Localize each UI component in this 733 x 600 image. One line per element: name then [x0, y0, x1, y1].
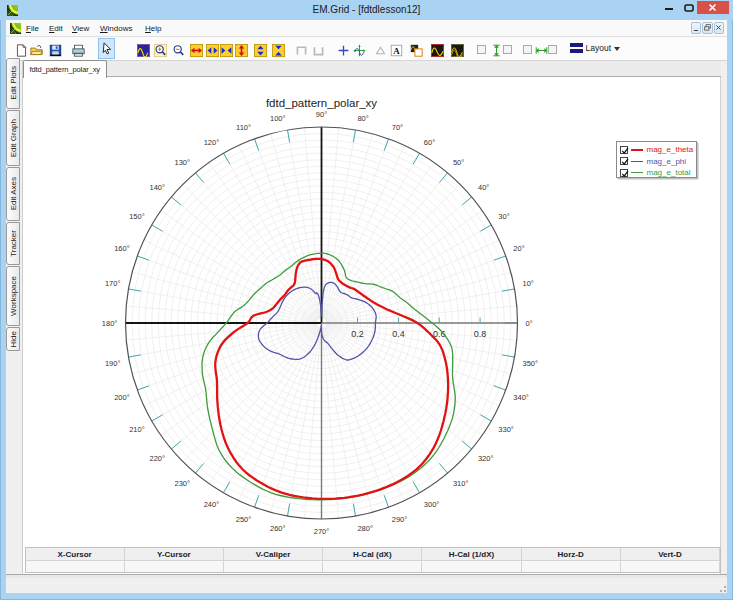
svg-text:290°: 290° — [392, 515, 408, 524]
svg-text:90°: 90° — [316, 110, 327, 119]
svg-text:0.2: 0.2 — [351, 329, 364, 339]
svg-text:240°: 240° — [204, 500, 220, 509]
svg-text:0.8: 0.8 — [474, 329, 487, 339]
svg-text:20°: 20° — [513, 244, 524, 253]
svg-text:80°: 80° — [357, 114, 368, 123]
svg-text:40°: 40° — [478, 183, 489, 192]
svg-text:130°: 130° — [175, 158, 191, 167]
svg-text:230°: 230° — [175, 479, 191, 488]
svg-text:280°: 280° — [357, 524, 373, 533]
svg-text:0°: 0° — [526, 319, 533, 328]
svg-text:100°: 100° — [270, 114, 286, 123]
svg-text:50°: 50° — [453, 158, 464, 167]
svg-text:300°: 300° — [424, 500, 440, 509]
svg-text:180°: 180° — [102, 319, 118, 328]
svg-text:320°: 320° — [478, 454, 494, 463]
svg-text:260°: 260° — [270, 524, 286, 533]
svg-text:200°: 200° — [114, 393, 130, 402]
svg-text:120°: 120° — [204, 138, 220, 147]
svg-text:210°: 210° — [129, 425, 145, 434]
svg-text:270°: 270° — [314, 527, 330, 536]
svg-text:220°: 220° — [150, 454, 166, 463]
svg-text:310°: 310° — [453, 479, 469, 488]
svg-text:30°: 30° — [498, 212, 509, 221]
svg-text:330°: 330° — [498, 425, 514, 434]
svg-text:190°: 190° — [105, 359, 121, 368]
svg-text:350°: 350° — [523, 359, 539, 368]
svg-text:110°: 110° — [236, 123, 251, 132]
svg-text:10°: 10° — [523, 279, 534, 288]
svg-text:160°: 160° — [114, 244, 130, 253]
svg-text:340°: 340° — [513, 393, 529, 402]
svg-text:A: A — [393, 46, 400, 56]
svg-text:70°: 70° — [392, 123, 403, 132]
svg-text:140°: 140° — [150, 183, 166, 192]
svg-text:150°: 150° — [129, 212, 145, 221]
svg-text:170°: 170° — [105, 279, 121, 288]
svg-text:250°: 250° — [236, 515, 252, 524]
svg-text:60°: 60° — [424, 138, 435, 147]
svg-text:0.4: 0.4 — [392, 329, 405, 339]
